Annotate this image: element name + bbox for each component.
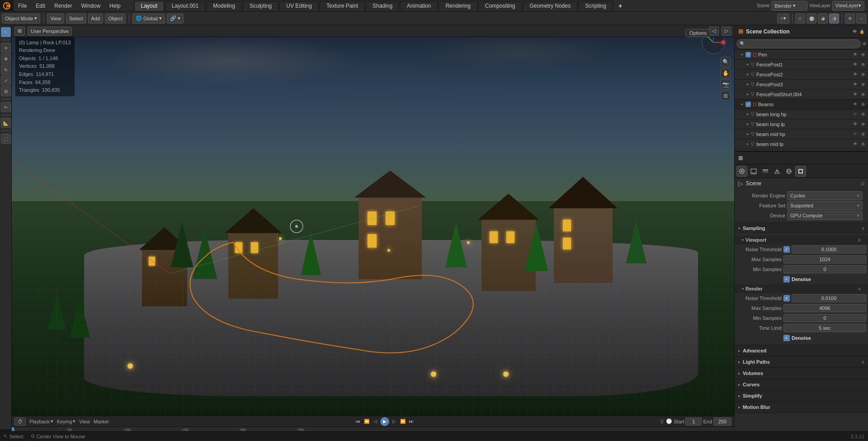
prev-frame-btn[interactable]: ◁ xyxy=(372,418,379,425)
motion-blur-header[interactable]: ▸ Motion Blur xyxy=(735,402,868,413)
tab-shading[interactable]: Shading xyxy=(366,1,399,11)
restrict-fp3[interactable]: ⊕ xyxy=(860,82,866,87)
tab-sculpting[interactable]: Sculpting xyxy=(243,1,278,11)
tab-layout-001[interactable]: Layout.001 xyxy=(165,1,205,11)
eye-bmhp[interactable]: 👁 xyxy=(852,131,859,136)
item-fencepost2[interactable]: ▸ ▽ FencePost2 👁 ⊕ xyxy=(735,70,868,80)
menu-render[interactable]: Render xyxy=(50,0,76,11)
menu-help[interactable]: Help xyxy=(105,0,125,11)
item-beam-mid-lp[interactable]: ▸ ▽ beam mid lp 👁 ⊕ xyxy=(735,139,868,149)
prev-keyframe-btn[interactable]: ⏪ xyxy=(363,418,370,425)
tab-texture-paint[interactable]: Texture Paint xyxy=(320,1,365,11)
menu-file[interactable]: File xyxy=(14,0,31,11)
item-beam-mid-hp[interactable]: ▸ ▽ beam mid hp 👁 ⊕ xyxy=(735,129,868,139)
wireframe-mode[interactable]: ◇ xyxy=(795,14,805,23)
pan-btn[interactable]: ✋ xyxy=(721,68,731,78)
collection-pen[interactable]: ▸ ✓ ◻ Pen 👁 ⊕ xyxy=(735,50,868,60)
material-preview-mode[interactable]: ◕ xyxy=(818,14,828,23)
vp-noise-checkbox[interactable]: ✓ xyxy=(783,246,790,253)
item-beam-long-hp[interactable]: ▸ ▽ beam long hp 👁 ⊕ xyxy=(735,109,868,119)
jump-start-btn[interactable]: ⏮ xyxy=(354,418,362,425)
transform-orientation[interactable]: 🌐 Global ▾ xyxy=(132,14,165,23)
curves-header[interactable]: ▸ Curves xyxy=(735,379,868,390)
timeline-editor-type[interactable]: ⏱ xyxy=(14,418,26,426)
restrict-blhp[interactable]: ⊕ xyxy=(860,112,866,117)
eye-fps[interactable]: 👁 xyxy=(852,92,859,97)
viewport-perspective[interactable]: User Perspective xyxy=(28,27,72,36)
start-frame-field[interactable]: 1 xyxy=(685,418,702,426)
add-menu[interactable]: Add xyxy=(88,14,104,23)
restrict-bmlp[interactable]: ⊕ xyxy=(860,141,866,146)
solid-mode[interactable]: ⬤ xyxy=(807,14,816,23)
item-fencepost1[interactable]: ▸ ▽ FencePost1 👁 ⊕ xyxy=(735,60,868,70)
restrict-fp2[interactable]: ⊕ xyxy=(860,72,866,77)
col-vis-beams[interactable]: ✓ xyxy=(745,102,751,107)
render-engine-dropdown[interactable]: Cycles ▾ xyxy=(787,191,863,200)
restrict-bllp[interactable]: ⊕ xyxy=(860,122,866,127)
col-restrict-header[interactable]: 🔒 xyxy=(859,29,864,34)
prop-object-btn[interactable] xyxy=(795,166,806,177)
tab-layout[interactable]: Layout xyxy=(134,1,164,11)
r-denoise-checkbox[interactable]: ✓ xyxy=(783,335,790,341)
viewport-subsection[interactable]: ▾ Viewport ≡ xyxy=(735,235,868,244)
viewport-editor-type[interactable]: ⊞ xyxy=(14,27,25,36)
annotate-tool[interactable]: ✏ xyxy=(1,102,11,112)
vp-min-value[interactable]: 0 xyxy=(783,265,866,273)
col-vis-pen[interactable]: ✓ xyxy=(745,52,751,57)
viewport-sub-options[interactable]: ≡ xyxy=(858,238,861,243)
prop-world-btn[interactable] xyxy=(783,166,794,177)
vp-denoise-checkbox[interactable]: ✓ xyxy=(783,276,790,282)
tab-modeling[interactable]: Modeling xyxy=(206,1,242,11)
eye-bmlp[interactable]: 👁 xyxy=(852,141,859,146)
view-menu[interactable]: View xyxy=(47,14,64,23)
end-frame-field[interactable]: 250 xyxy=(713,418,731,426)
col-eye-pen[interactable]: 👁 xyxy=(852,52,859,57)
props-scene-expand[interactable]: ⊡ xyxy=(861,181,864,186)
r-timelimit-value[interactable]: 5 sec xyxy=(783,324,866,332)
tab-geometry-nodes[interactable]: Geometry Nodes xyxy=(523,1,578,11)
sampling-options[interactable]: ≡ xyxy=(862,226,864,231)
collection-beams[interactable]: ▸ ✓ ◻ Beams 👁 ⊕ xyxy=(735,99,868,109)
item-beam-long-lp[interactable]: ▸ ▽ beam long lp 👁 ⊕ xyxy=(735,119,868,129)
object-mode-dropdown[interactable]: Object Mode ▾ xyxy=(2,14,40,23)
restrict-fp1[interactable]: ⊕ xyxy=(860,62,866,67)
menu-edit[interactable]: Edit xyxy=(31,0,50,11)
item-fencepost3[interactable]: ▸ ▽ FencePost3 👁 ⊕ xyxy=(735,80,868,89)
play-btn[interactable]: ▶ xyxy=(380,417,389,426)
tab-scripting[interactable]: Scripting xyxy=(578,1,613,11)
prop-output-btn[interactable] xyxy=(748,166,759,177)
tab-compositing[interactable]: Compositing xyxy=(478,1,522,11)
prop-render-btn[interactable] xyxy=(736,166,747,177)
select-menu[interactable]: Select xyxy=(66,14,86,23)
cursor-tool[interactable]: ✛ xyxy=(1,43,11,53)
eye-beams[interactable]: 👁 xyxy=(852,102,859,107)
r-noise-value[interactable]: 0.0100 xyxy=(792,294,866,302)
viewlayer-dropdown[interactable]: ViewLayer▾ xyxy=(832,1,864,11)
feature-set-dropdown[interactable]: Supported ▾ xyxy=(787,201,863,210)
snap-settings[interactable]: 🔗▾ xyxy=(167,14,184,23)
measure-tool[interactable]: 📐 xyxy=(1,118,11,128)
next-keyframe-btn[interactable]: ⏩ xyxy=(399,418,406,425)
rotate-tool[interactable]: ↻ xyxy=(1,65,11,75)
viewport-options-btn[interactable]: Options xyxy=(685,29,711,37)
sampling-header[interactable]: ▾ Sampling ≡ xyxy=(735,223,868,234)
transform-tool[interactable]: ⊞ xyxy=(1,86,11,96)
projection-btn[interactable]: ⊞ xyxy=(721,91,731,101)
vp-noise-value[interactable]: 0.1000 xyxy=(792,245,866,253)
prop-scene-btn[interactable] xyxy=(772,166,783,177)
tab-rendering[interactable]: Rendering xyxy=(439,1,477,11)
r-noise-checkbox[interactable]: ✓ xyxy=(783,295,790,301)
prop-view-layer-btn[interactable] xyxy=(760,166,771,177)
timeline-view-menu[interactable]: View xyxy=(79,419,90,424)
jump-end-btn[interactable]: ⏭ xyxy=(408,418,415,425)
timeline-keying-menu[interactable]: Keying▾ xyxy=(57,418,76,424)
timeline-playback-menu[interactable]: Playback▾ xyxy=(29,418,53,424)
volumes-header[interactable]: ▸ Volumes xyxy=(735,368,868,379)
vp-max-value[interactable]: 1024 xyxy=(783,255,866,263)
render-subsection[interactable]: ▾ Render ≡ xyxy=(735,284,868,293)
filter-icon[interactable]: ⊕ xyxy=(863,41,866,46)
select-tool[interactable]: ↖ xyxy=(1,27,11,37)
add-workspace-btn[interactable]: + xyxy=(614,0,627,11)
zoom-in-btn[interactable]: 🔍 xyxy=(721,57,731,67)
eye-fp3[interactable]: 👁 xyxy=(852,82,859,87)
